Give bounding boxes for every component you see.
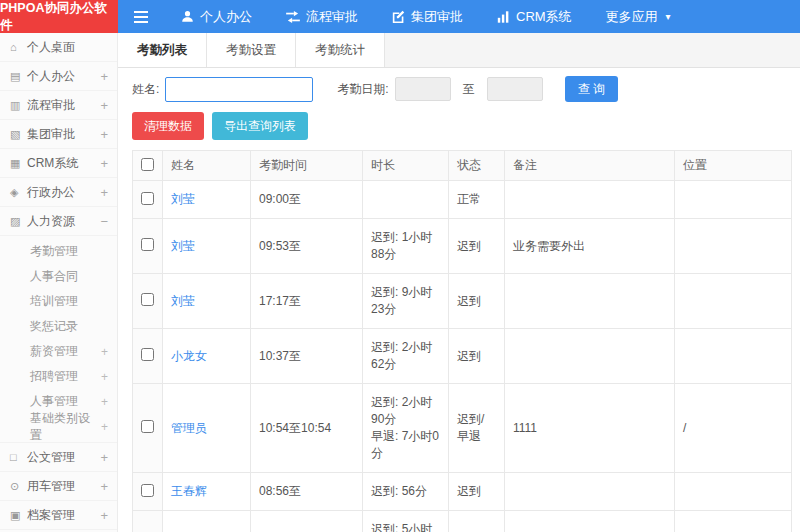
hamburger-menu-icon[interactable] [118,0,164,33]
row-checkbox[interactable] [141,484,154,497]
nav-label: 流程审批 [306,8,358,26]
expand-icon[interactable]: + [101,370,108,384]
row-checkbox[interactable] [141,293,154,306]
duration: 迟到: 9小时23分 [363,274,449,329]
nav-personal-office[interactable]: 个人办公 [164,0,269,33]
expand-icon[interactable]: + [100,127,108,142]
sidebar-subitem-training[interactable]: 培训管理 [0,289,117,314]
date-to-input[interactable] [487,77,543,101]
caret-down-icon: ▾ [666,11,671,22]
sidebar-item-crm[interactable]: ▦ CRM系统 + [0,149,117,178]
expand-icon[interactable]: + [100,156,108,171]
sidebar-subitem-base-category[interactable]: 基础类别设置 + [0,414,117,439]
name-filter-label: 姓名: [132,81,159,98]
sidebar-item-group-approval[interactable]: ▧ 集团审批 + [0,120,117,149]
collapse-icon[interactable]: − [100,214,108,229]
nav-crm-system[interactable]: CRM系统 [480,0,589,33]
expand-icon[interactable]: + [100,479,108,494]
name-filter-input[interactable] [165,77,313,102]
attendance-time: 13:20至13:20 [251,511,363,532]
sidebar-item-process-approval[interactable]: ▥ 流程审批 + [0,91,117,120]
app-window: PHPOA协同办公软件 个人办公 流程审批 集团审批 CRM系统 更多应用 ▾ [0,0,800,532]
tab-attendance-stats[interactable]: 考勤统计 [296,33,385,67]
sidebar-item-hr[interactable]: ▨ 人力资源 − [0,207,117,236]
table-row: 王春辉 08:56至 迟到: 56分 迟到 [133,473,792,511]
nav-process-approval[interactable]: 流程审批 [269,0,375,33]
tab-attendance-list[interactable]: 考勤列表 [118,33,207,67]
location [675,329,792,384]
employee-name-link[interactable]: 刘莹 [171,239,195,253]
clean-data-button[interactable]: 清理数据 [132,112,204,140]
top-navbar: PHPOA协同办公软件 个人办公 流程审批 集团审批 CRM系统 更多应用 ▾ [0,0,800,33]
attendance-time: 08:56至 [251,473,363,511]
attendance-time: 10:54至10:54 [251,384,363,473]
location [675,181,792,219]
tab-bar: 考勤列表 考勤设置 考勤统计 [118,33,800,68]
remark: 业务需要外出 [505,219,675,274]
status-text: 迟到 [449,219,505,274]
bar-chart-icon [497,11,510,23]
table-row: 黄莺 13:20至13:20 迟到: 5小时33分 早退: 4小时67分 迟到/… [133,511,792,532]
sidebar-hr-submenu: 考勤管理 人事合同 培训管理 奖惩记录 薪资管理 + 招聘管理 + [0,236,117,443]
employee-name-link[interactable]: 小龙女 [171,349,207,363]
attendance-table: 姓名 考勤时间 时长 状态 备注 位置 刘莹 09:00至 [132,150,792,532]
edit-document-icon [392,10,405,23]
sidebar-item-documents[interactable]: □ 公文管理 + [0,443,117,472]
expand-icon[interactable]: + [101,345,108,359]
sidebar-item-archives[interactable]: ▣ 档案管理 + [0,501,117,530]
search-button[interactable]: 查 询 [565,76,618,102]
sidebar-item-personal-office[interactable]: ▤ 个人办公 + [0,62,117,91]
sidebar-item-vehicles[interactable]: ⊙ 用车管理 + [0,472,117,501]
tab-attendance-settings[interactable]: 考勤设置 [207,33,296,67]
attendance-time: 09:00至 [251,181,363,219]
row-checkbox[interactable] [141,238,154,251]
vehicle-icon: ⊙ [10,480,27,493]
export-list-button[interactable]: 导出查询列表 [212,112,308,140]
sidebar-subitem-rewards[interactable]: 奖惩记录 [0,314,117,339]
duration: 迟到: 56分 [363,473,449,511]
employee-name-link[interactable]: 刘莹 [171,192,195,206]
expand-icon[interactable]: + [101,420,108,434]
date-from-input[interactable] [395,77,451,101]
app-logo[interactable]: PHPOA协同办公软件 [0,0,118,33]
personal-office-icon: ▤ [10,70,27,83]
table-row: 刘莹 09:53至 迟到: 1小时88分 迟到 业务需要外出 [133,219,792,274]
row-checkbox[interactable] [141,192,154,205]
sidebar-subitem-attendance[interactable]: 考勤管理 [0,239,117,264]
attendance-time: 17:17至 [251,274,363,329]
duration: 迟到: 5小时33分 早退: 4小时67分 [363,511,449,532]
expand-icon[interactable]: + [101,395,108,409]
select-all-checkbox[interactable] [141,158,154,171]
sidebar-subitem-contract[interactable]: 人事合同 [0,264,117,289]
row-checkbox[interactable] [141,420,154,433]
expand-icon[interactable]: + [100,508,108,523]
expand-icon[interactable]: + [100,98,108,113]
duration: 迟到: 2小时62分 [363,329,449,384]
nav-label: 个人办公 [200,8,252,26]
table-row: 刘莹 17:17至 迟到: 9小时23分 迟到 [133,274,792,329]
attendance-time: 09:53至 [251,219,363,274]
expand-icon[interactable]: + [100,450,108,465]
attendance-time: 10:37至 [251,329,363,384]
expand-icon[interactable]: + [100,69,108,84]
col-header-location: 位置 [675,151,792,181]
remark [505,329,675,384]
row-checkbox[interactable] [141,348,154,361]
sidebar-item-admin-office[interactable]: ◈ 行政办公 + [0,178,117,207]
sidebar-item-desktop[interactable]: ⌂ 个人桌面 [0,33,117,62]
sidebar-subitem-salary[interactable]: 薪资管理 + [0,339,117,364]
expand-icon[interactable]: + [100,185,108,200]
employee-name-link[interactable]: 王春辉 [171,484,207,498]
table-row: 小龙女 10:37至 迟到: 2小时62分 迟到 [133,329,792,384]
status-text: 迟到/早退 [449,511,505,532]
duration: 迟到: 1小时88分 [363,219,449,274]
nav-group-approval[interactable]: 集团审批 [375,0,480,33]
employee-name-link[interactable]: 管理员 [171,421,207,435]
duration [363,181,449,219]
employee-name-link[interactable]: 刘莹 [171,294,195,308]
date-to-label: 至 [463,81,475,98]
sidebar-subitem-recruiting[interactable]: 招聘管理 + [0,364,117,389]
remark [505,274,675,329]
nav-more-apps[interactable]: 更多应用 ▾ [589,0,688,33]
status-text: 迟到 [449,329,505,384]
